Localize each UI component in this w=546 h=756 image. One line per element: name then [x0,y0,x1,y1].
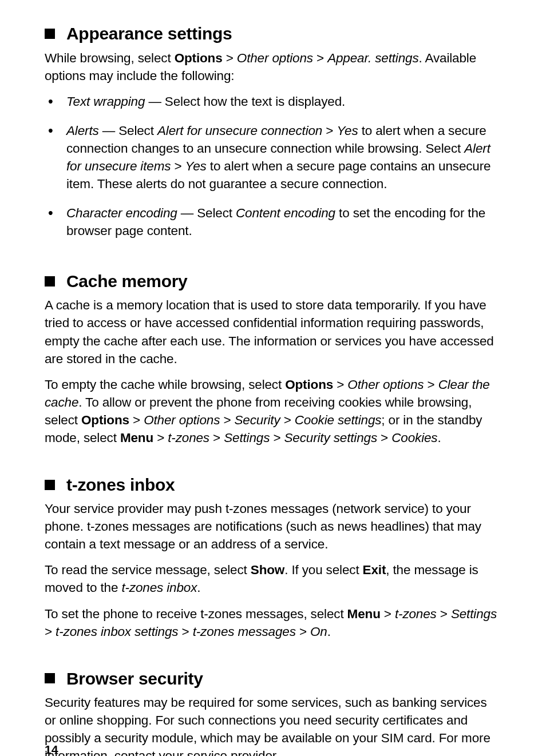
text-italic: Yes [337,124,358,138]
square-bullet-icon [45,673,55,683]
text-italic: Character encoding [66,206,177,220]
heading-text: Browser security [66,668,203,690]
heading-text: Appearance settings [66,23,232,45]
text: > [209,431,224,445]
text-italic: t-zones inbox settings [56,624,178,639]
text: . [197,580,200,595]
cache-p2: To empty the cache while browsing, selec… [45,376,501,447]
heading-cache: Cache memory [45,270,501,292]
text-italic: Appear. settings [327,51,418,65]
text: > [220,413,234,427]
text-italic: Other options [144,413,220,427]
text-italic: t-zones [395,607,437,621]
text: While browsing, select [45,51,175,65]
text: > [270,431,284,445]
list-item: Alerts — Select Alert for unsecure conne… [45,122,501,193]
text: > [322,124,337,138]
list-item: Character encoding — Select Content enco… [45,204,501,240]
heading-text: Cache memory [66,270,188,292]
text-italic: Other options [347,377,424,392]
text-italic: t-zones inbox [121,580,197,595]
text-bold: Options [175,51,223,65]
text: — Select how the text is displayed. [145,94,345,109]
text: — Select [99,124,157,138]
tzones-p2: To read the service message, select Show… [45,561,501,596]
text: > [437,607,451,621]
text: > [333,377,347,392]
text-bold: Show [251,563,284,577]
text-italic: Alert for unsecure connection [157,124,322,138]
security-p1: Security features may be required for so… [45,694,501,756]
square-bullet-icon [45,480,55,490]
text-italic: t-zones messages [193,624,296,639]
text-italic: Cookies [391,431,437,445]
heading-appearance: Appearance settings [45,23,501,45]
text: > [178,624,192,639]
text-bold: Options [81,413,129,427]
text-italic: On [310,624,327,639]
text-italic: Text wrapping [66,94,145,109]
heading-text: t-zones inbox [66,474,175,496]
text: > [223,51,237,65]
text-italic: Security settings [284,431,377,445]
heading-tzones: t-zones inbox [45,474,501,496]
manual-page: Appearance settings While browsing, sele… [0,0,546,756]
text-bold: Options [285,377,333,392]
text: To empty the cache while browsing, selec… [45,377,285,392]
text-italic: Cookie settings [295,413,382,427]
text: > [296,624,310,639]
text-italic: t-zones [168,431,209,445]
tzones-p1: Your service provider may push t-zones m… [45,500,501,553]
text: > [129,413,144,427]
tzones-p3: To set the phone to receive t-zones mess… [45,605,501,640]
cache-p1: A cache is a memory location that is use… [45,296,501,367]
text-bold: Menu [347,607,381,621]
text-italic: Alerts [66,124,99,138]
text-italic: Yes [185,159,207,173]
text-italic: Content encoding [236,206,335,220]
text: > [280,413,295,427]
square-bullet-icon [45,29,55,39]
heading-security: Browser security [45,668,501,690]
text-italic: Settings [224,431,270,445]
text: > [313,51,327,65]
text: — Select [177,206,236,220]
text: > [381,607,395,621]
text: > [171,159,185,173]
square-bullet-icon [45,276,55,287]
appearance-intro: While browsing, select Options > Other o… [45,49,501,85]
text-italic: Settings [451,607,497,621]
text-bold: Menu [120,431,153,445]
text: . [327,624,331,639]
page-number: 14 [45,743,58,756]
text: . [437,431,441,445]
text: To read the service message, select [45,563,251,577]
text: To set the phone to receive t-zones mess… [45,607,347,621]
text: > [377,431,391,445]
appearance-list: Text wrapping — Select how the text is d… [45,93,501,240]
text: > [424,377,438,392]
text-italic: Other options [237,51,313,65]
text: > [153,431,168,445]
text-italic: Security [234,413,280,427]
text: . If you select [284,563,362,577]
list-item: Text wrapping — Select how the text is d… [45,93,501,110]
text: > [45,624,56,639]
text-bold: Exit [363,563,386,577]
